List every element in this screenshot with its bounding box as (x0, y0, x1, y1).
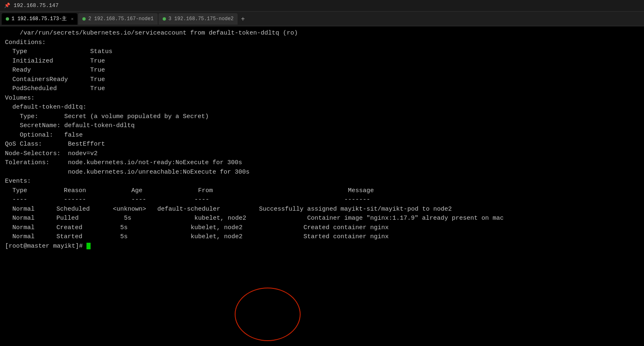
tab-3[interactable]: 3 192.168.75.175-node2 (159, 13, 238, 25)
tab-2[interactable]: 2 192.168.75.167-node1 (78, 13, 157, 25)
terminal-line-5: ContainersReady True (5, 75, 639, 85)
terminal-line-8: default-token-ddltq: (5, 103, 639, 112)
terminal-line-6: PodScheduled True (5, 84, 639, 94)
tab-1-close[interactable]: ✕ (71, 16, 73, 21)
tab-1[interactable]: 1 192.168.75.173-主 ✕ (2, 13, 77, 25)
terminal-line-22: Normal Started 5s kubelet, node2 Started… (5, 232, 639, 242)
tab-dot-1 (6, 17, 9, 21)
terminal-line-10: SecretName: default-token-ddltq (5, 121, 639, 131)
tab-2-label: 2 192.168.75.167-node1 (88, 16, 153, 22)
terminal-line-13: Node-Selectors: nodev=v2 (5, 149, 639, 159)
pin-icon: 📌 (4, 2, 10, 9)
terminal-line-4: Ready True (5, 66, 639, 75)
terminal-prompt-line: [root@master mayikt]# (5, 242, 639, 251)
tab-3-label: 3 192.168.75.175-node2 (168, 16, 233, 22)
terminal-line-15: node.kubernetes.io/unreachable:NoExecute… (5, 168, 639, 177)
terminal-line-21: Normal Created 5s kubelet, node2 Created… (5, 223, 639, 233)
terminal-line-0: /var/run/secrets/kubernetes.io/serviceac… (5, 29, 639, 38)
terminal-line-20: Normal Pulled 5s kubelet, node2 Containe… (5, 214, 639, 223)
terminal-line-16: Events: (5, 177, 639, 186)
terminal-line-18: ---- ------ ---- ---- ------- (5, 195, 639, 205)
circle-annotation (235, 288, 301, 341)
terminal: /var/run/secrets/kubernetes.io/serviceac… (0, 26, 644, 346)
tab-bar: 1 192.168.75.173-主 ✕ 2 192.168.75.167-no… (0, 12, 644, 26)
terminal-line-2: Type Status (5, 47, 639, 57)
new-tab-button[interactable]: + (238, 15, 247, 23)
terminal-line-7: Volumes: (5, 94, 639, 103)
terminal-line-11: Optional: false (5, 131, 639, 140)
terminal-line-9: Type: Secret (a volume populated by a Se… (5, 112, 639, 122)
terminal-line-3: Initialized True (5, 57, 639, 66)
tab-1-label: 1 192.168.75.173-主 (12, 15, 67, 22)
terminal-line-19: Normal Scheduled <unknown> default-sched… (5, 205, 639, 214)
terminal-line-14: Tolerations: node.kubernetes.io/not-read… (5, 158, 639, 168)
terminal-line-17: Type Reason Age From Message (5, 186, 639, 196)
title-bar: 📌 192.168.75.147 (0, 0, 644, 12)
terminal-line-1: Conditions: (5, 38, 639, 48)
tab-dot-2 (82, 17, 86, 21)
tab-dot-3 (163, 17, 166, 21)
terminal-line-12: QoS Class: BestEffort (5, 140, 639, 149)
title-address: 192.168.75.147 (14, 2, 58, 9)
